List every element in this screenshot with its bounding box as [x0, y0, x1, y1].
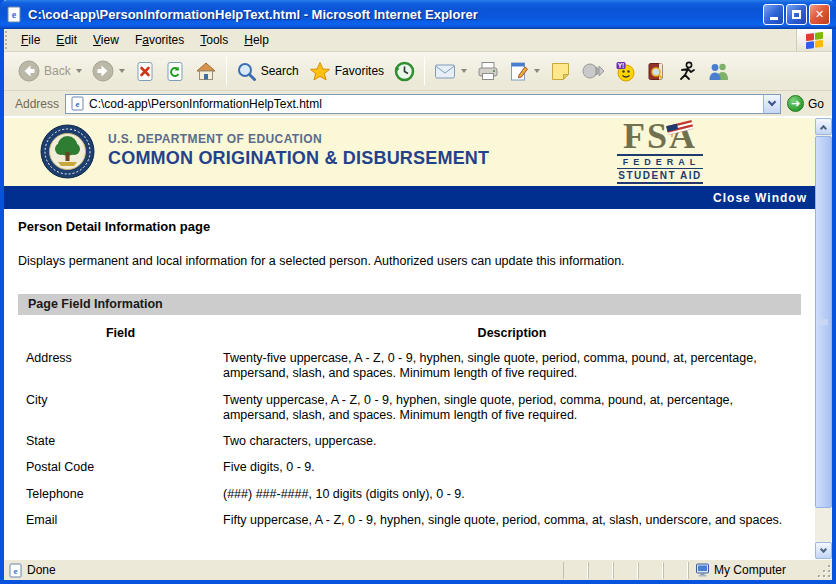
field-description: (###) ###-####, 10 digits (digits only),… — [223, 487, 801, 502]
search-label: Search — [261, 64, 299, 78]
dept-of-education-seal — [40, 124, 95, 179]
menu-bar: FileEditViewFavoritesToolsHelp — [4, 29, 832, 52]
fsa-logo: FSA FEDERAL STUDENT AID — [617, 120, 703, 184]
menu-item-favorites[interactable]: Favorites — [127, 30, 192, 50]
table-row: Telephone (###) ###-####, 10 digits (dig… — [18, 487, 801, 502]
table-row: Email Fifty uppercase, A - Z, 0 - 9, hyp… — [18, 513, 801, 528]
go-arrow-icon: ➜ — [787, 95, 804, 112]
go-button[interactable]: ➜ Go — [781, 93, 830, 114]
status-panel — [613, 562, 638, 579]
favorites-button[interactable]: Favorites — [304, 55, 389, 87]
scroll-down-button[interactable] — [815, 542, 832, 559]
notes-button[interactable] — [545, 55, 576, 87]
address-field[interactable]: e C:\cod-app\PersonInformationHelpText.h… — [65, 94, 781, 114]
menu-grip[interactable] — [5, 31, 12, 49]
field-description: Twenty-five uppercase, A - Z, 0 - 9, hyp… — [223, 351, 801, 382]
page-content: U.S. DEPARTMENT OF EDUCATION COMMON ORIG… — [4, 118, 815, 559]
refresh-button[interactable] — [160, 55, 190, 87]
history-icon — [394, 61, 415, 82]
mail-dropdown-icon[interactable] — [461, 69, 467, 73]
home-button[interactable] — [190, 55, 222, 87]
field-description: Twenty uppercase, A - Z, 0 - 9, hyphen, … — [223, 393, 801, 424]
research-book-icon — [646, 61, 667, 82]
field-name: Address — [18, 351, 223, 382]
field-description: Fifty uppercase, A - Z, 0 - 9, hyphen, s… — [223, 513, 801, 528]
notes-icon — [550, 61, 571, 82]
menu-item-help[interactable]: Help — [236, 30, 277, 50]
page-intro: Displays permanent and local information… — [18, 254, 801, 268]
toolbar-separator — [226, 57, 227, 85]
menu-item-tools[interactable]: Tools — [192, 30, 236, 50]
status-panel — [563, 562, 588, 579]
scrollbar-thumb[interactable] — [815, 136, 832, 508]
field-name: Email — [18, 513, 223, 528]
help-page-body: Person Detail Information page Displays … — [4, 209, 815, 559]
history-button[interactable] — [389, 55, 420, 87]
edit-icon — [509, 61, 529, 82]
svg-text:e: e — [76, 99, 80, 109]
print-button[interactable] — [472, 55, 504, 87]
status-panel — [588, 562, 613, 579]
table-row: Address Twenty-five uppercase, A - Z, 0 … — [18, 351, 801, 382]
field-description: Two characters, uppercase. — [223, 434, 801, 449]
cod-banner: U.S. DEPARTMENT OF EDUCATION COMMON ORIG… — [4, 118, 815, 186]
menu-item-file[interactable]: File — [13, 30, 48, 50]
aim-button[interactable] — [672, 55, 702, 87]
maximize-button[interactable] — [786, 4, 807, 25]
status-bar: e Done My Computer — [4, 559, 832, 580]
discuss-button[interactable] — [576, 55, 610, 87]
table-row: State Two characters, uppercase. — [18, 434, 801, 449]
zone-text: My Computer — [714, 563, 786, 577]
edit-dropdown-icon[interactable] — [534, 69, 540, 73]
yahoo-messenger-icon: Y! — [615, 61, 636, 82]
vertical-scrollbar[interactable] — [815, 118, 832, 559]
section-header: Page Field Information — [18, 294, 801, 315]
yahoo-messenger-button[interactable]: Y! — [610, 55, 641, 87]
page-favicon: e — [70, 96, 85, 111]
field-column-header: Field — [18, 326, 223, 340]
close-button[interactable]: ✕ — [809, 4, 830, 25]
menu-item-edit[interactable]: Edit — [48, 30, 85, 50]
stop-icon — [135, 61, 155, 82]
forward-button[interactable] — [87, 55, 130, 87]
field-name: Postal Code — [18, 460, 223, 475]
dept-text-block: U.S. DEPARTMENT OF EDUCATION COMMON ORIG… — [108, 132, 489, 169]
mail-button[interactable] — [429, 55, 472, 87]
address-dropdown-button[interactable] — [763, 95, 780, 113]
mail-icon — [434, 62, 456, 80]
msn-messenger-button[interactable] — [702, 55, 736, 87]
menu-item-view[interactable]: View — [85, 30, 127, 50]
description-column-header: Description — [223, 326, 801, 340]
status-text: Done — [27, 563, 56, 577]
svg-text:Y!: Y! — [618, 61, 625, 68]
standard-toolbar: Back — [4, 52, 832, 91]
scrollbar-grip — [819, 319, 828, 326]
ie-status-icon: e — [8, 563, 23, 578]
refresh-icon — [165, 61, 185, 82]
fsa-federal: FEDERAL — [617, 154, 703, 168]
search-button[interactable]: Search — [231, 55, 304, 87]
research-button[interactable] — [641, 55, 672, 87]
field-table: Field Description Address Twenty-five up… — [18, 326, 801, 528]
close-window-link[interactable]: Close Window — [713, 191, 807, 205]
forward-dropdown-icon[interactable] — [119, 69, 125, 73]
resize-grip[interactable] — [818, 562, 832, 579]
edit-button[interactable] — [504, 55, 545, 87]
address-input[interactable]: C:\cod-app\PersonInformationHelpText.htm… — [89, 97, 763, 111]
stop-button[interactable] — [130, 55, 160, 87]
menu-bar-items: FileEditViewFavoritesToolsHelp — [13, 29, 796, 51]
address-bar: Address e C:\cod-app\PersonInformationHe… — [4, 91, 832, 117]
fsa-student-aid: STUDENT AID — [617, 168, 703, 184]
address-label: Address — [15, 97, 59, 111]
ie-window: e C:\cod-app\PersonInformationHelpText.h… — [0, 0, 836, 584]
print-icon — [477, 61, 499, 81]
agency-name: U.S. DEPARTMENT OF EDUCATION — [108, 132, 489, 146]
back-dropdown-icon[interactable] — [76, 69, 82, 73]
minimize-button[interactable] — [763, 4, 784, 25]
scroll-up-button[interactable] — [815, 118, 832, 135]
forward-icon — [92, 60, 114, 82]
windows-brand-panel — [796, 29, 832, 51]
back-button[interactable]: Back — [13, 55, 87, 87]
favorites-star-icon — [309, 61, 331, 82]
back-label: Back — [44, 64, 71, 78]
